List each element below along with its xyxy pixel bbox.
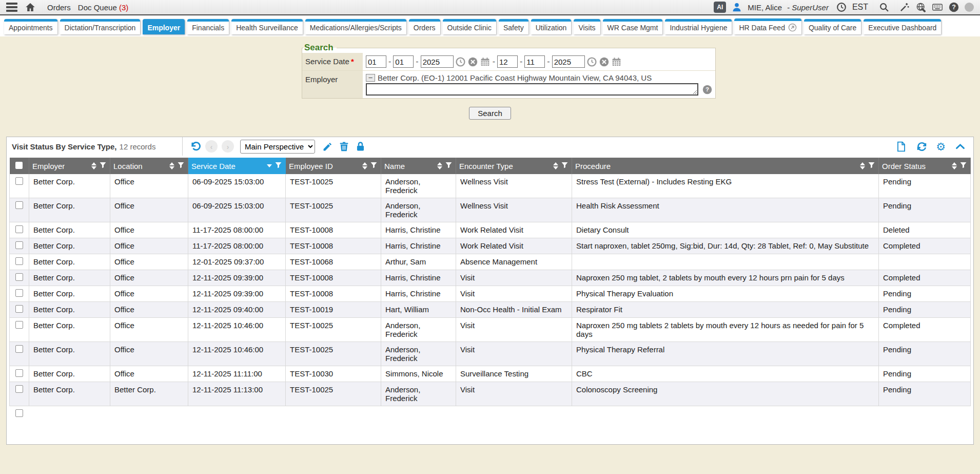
filter-icon[interactable] xyxy=(959,161,967,170)
ai-badge[interactable]: AI xyxy=(714,2,726,13)
row-checkbox[interactable] xyxy=(15,385,23,393)
user-icon[interactable] xyxy=(731,2,742,13)
tab-medications-allergies-scripts[interactable]: Medications/Allergies/Scripts xyxy=(305,19,406,34)
filter-icon[interactable] xyxy=(177,161,185,170)
breadcrumb-orders[interactable]: Orders xyxy=(47,3,71,12)
tab-health-surveillance[interactable]: Health Surveillance xyxy=(231,19,303,34)
tab-quality-of-care[interactable]: Quality of Care xyxy=(804,19,861,34)
tab-executive-dashboard[interactable]: Executive Dashboard xyxy=(864,19,941,34)
perspective-select[interactable]: Main Perspective xyxy=(240,140,315,154)
employer-help-icon[interactable]: ? xyxy=(702,85,712,94)
sort-icon[interactable] xyxy=(91,162,96,169)
time-picker-icon[interactable] xyxy=(587,57,597,67)
tab-appointments[interactable]: Appointments xyxy=(4,19,57,34)
home-icon[interactable] xyxy=(25,2,36,13)
row-checkbox[interactable] xyxy=(15,257,23,265)
sort-icon[interactable] xyxy=(952,162,957,169)
column-header-encounter-type[interactable]: Encounter Type xyxy=(456,158,572,174)
new-document-icon[interactable] xyxy=(895,140,907,153)
date-to-month-input[interactable] xyxy=(497,55,518,68)
filter-icon[interactable] xyxy=(370,161,378,170)
column-header-location[interactable]: Location xyxy=(110,158,188,174)
prev-perspective-icon[interactable]: ‹ xyxy=(205,140,218,153)
sort-icon[interactable] xyxy=(169,162,174,169)
next-perspective-icon[interactable]: › xyxy=(222,140,234,153)
tab-financials[interactable]: Financials xyxy=(187,19,229,34)
sort-desc-icon[interactable] xyxy=(267,164,272,167)
tab-hr-data-feed[interactable]: HR Data Feed xyxy=(734,18,801,34)
row-checkbox[interactable] xyxy=(15,345,23,353)
tab-utilization[interactable]: Utilization xyxy=(531,19,572,34)
globe-phone-icon[interactable] xyxy=(915,2,927,13)
footer-checkbox[interactable] xyxy=(15,409,23,417)
sort-icon[interactable] xyxy=(553,162,558,169)
date-from-day-input[interactable] xyxy=(393,55,414,68)
settings-gear-icon[interactable]: ⚙ xyxy=(936,141,946,152)
date-from-year-input[interactable] xyxy=(421,55,454,68)
tab-employer[interactable]: Employer xyxy=(143,19,185,34)
tab-industrial-hygiene[interactable]: Industrial Hygiene xyxy=(665,19,732,34)
table-row[interactable]: Better Corp.Office11-17-2025 08:00:00TES… xyxy=(10,222,971,238)
row-checkbox[interactable] xyxy=(15,369,23,377)
date-from-month-input[interactable] xyxy=(366,55,386,68)
column-header-order-status[interactable]: Order Status xyxy=(879,158,971,174)
row-checkbox[interactable] xyxy=(15,177,23,185)
column-header-procedure[interactable]: Procedure xyxy=(572,158,879,174)
clock-icon[interactable] xyxy=(836,2,847,13)
edit-perspective-icon[interactable] xyxy=(321,140,334,153)
tab-visits[interactable]: Visits xyxy=(574,19,600,34)
row-checkbox[interactable] xyxy=(15,321,23,329)
tab-safety[interactable]: Safety xyxy=(499,19,528,34)
tab-wr-case-mgmt[interactable]: WR Case Mgmt xyxy=(603,19,663,34)
table-row[interactable]: Better Corp.Office12-11-2025 11:11:00TES… xyxy=(10,366,971,382)
select-all-checkbox[interactable] xyxy=(15,162,23,169)
tab-outside-clinic[interactable]: Outside Clinic xyxy=(443,19,496,34)
filter-icon[interactable] xyxy=(868,161,875,170)
filter-icon[interactable] xyxy=(99,161,107,170)
row-checkbox[interactable] xyxy=(15,241,23,249)
remove-employer-button[interactable]: – xyxy=(366,74,375,82)
date-to-day-input[interactable] xyxy=(524,55,545,68)
employer-search-input[interactable] xyxy=(366,83,698,96)
keyboard-icon[interactable] xyxy=(932,2,943,13)
row-checkbox[interactable] xyxy=(15,305,23,313)
table-row[interactable]: Better Corp.Office12-11-2025 09:39:00TES… xyxy=(10,270,971,286)
search-button[interactable]: Search xyxy=(469,107,511,120)
table-row[interactable]: Better Corp.Better Corp.12-11-2025 11:13… xyxy=(10,382,971,406)
column-header-service-date[interactable]: Service Date xyxy=(188,158,286,174)
undo-icon[interactable] xyxy=(189,140,201,153)
table-row[interactable]: Better Corp.Office12-11-2025 09:39:00TES… xyxy=(10,286,971,302)
wand-icon[interactable] xyxy=(899,2,910,13)
clear-date-icon[interactable] xyxy=(599,57,609,67)
table-row[interactable]: Better Corp.Office11-17-2025 08:00:00TES… xyxy=(10,238,971,254)
time-picker-icon[interactable] xyxy=(456,57,465,67)
date-to-year-input[interactable] xyxy=(552,55,585,68)
calendar-icon[interactable] xyxy=(612,57,621,67)
row-checkbox[interactable] xyxy=(15,289,23,297)
filter-icon[interactable] xyxy=(275,161,282,170)
row-checkbox[interactable] xyxy=(15,273,23,281)
search-icon[interactable] xyxy=(878,2,890,13)
table-row[interactable]: Better Corp.Office12-01-2025 09:37:00TES… xyxy=(10,254,971,270)
sort-icon[interactable] xyxy=(362,162,367,169)
help-icon[interactable]: ? xyxy=(948,2,959,13)
table-row[interactable]: Better Corp.Office12-11-2025 10:46:00TES… xyxy=(10,342,971,366)
column-header-name[interactable]: Name xyxy=(381,158,456,174)
refresh-icon[interactable] xyxy=(915,140,928,153)
menu-icon[interactable] xyxy=(6,3,17,12)
collapse-icon[interactable] xyxy=(954,140,966,153)
sort-icon[interactable] xyxy=(860,162,865,169)
column-header-employer[interactable]: Employer xyxy=(29,158,110,174)
filter-icon[interactable] xyxy=(445,161,453,170)
row-checkbox[interactable] xyxy=(15,225,23,233)
tab-orders[interactable]: Orders xyxy=(409,19,440,34)
breadcrumb-doc-queue[interactable]: Doc Queue (3) xyxy=(78,3,128,12)
delete-perspective-icon[interactable] xyxy=(338,140,350,153)
lock-icon[interactable] xyxy=(354,140,366,153)
clear-date-icon[interactable] xyxy=(468,57,478,67)
calendar-icon[interactable] xyxy=(480,57,490,67)
hr-data-feed-refresh-icon[interactable] xyxy=(788,23,797,32)
filter-icon[interactable] xyxy=(561,161,569,170)
sort-icon[interactable] xyxy=(437,162,442,169)
table-row[interactable]: Better Corp.Office06-09-2025 15:03:00TES… xyxy=(10,198,971,222)
